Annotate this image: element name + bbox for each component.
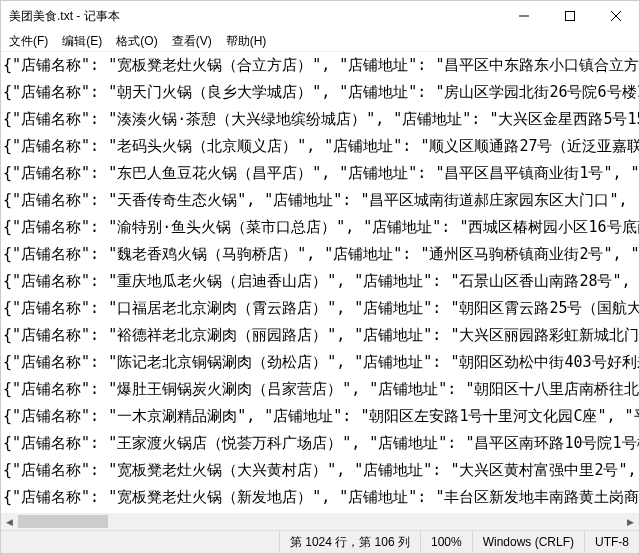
text-line: {"店铺名称": "朝天门火锅（良乡大学城店）", "店铺地址": "房山区学园… (3, 79, 639, 106)
text-line: {"店铺名称": "口福居老北京涮肉（霄云路店）", "店铺地址": "朝阳区霄… (3, 295, 639, 322)
text-line: {"店铺名称": "魏老香鸡火锅（马驹桥店）", "店铺地址": "通州区马驹桥… (3, 241, 639, 268)
menu-format[interactable]: 格式(O) (110, 31, 163, 52)
text-line: {"店铺名称": "宽板凳老灶火锅（大兴黄村店）", "店铺地址": "大兴区黄… (3, 457, 639, 484)
menu-view[interactable]: 查看(V) (166, 31, 218, 52)
text-line: {"店铺名称": "爆肚王铜锅炭火涮肉（吕家营店）", "店铺地址": "朝阳区… (3, 376, 639, 403)
text-line: {"店铺名称": "宽板凳老灶火锅（合立方店）", "店铺地址": "昌平区中东… (3, 52, 639, 79)
scroll-left-icon[interactable]: ◀ (1, 513, 18, 530)
text-line: {"店铺名称": "东巴人鱼豆花火锅（昌平店）", "店铺地址": "昌平区昌平… (3, 160, 639, 187)
status-zoom: 100% (420, 531, 472, 553)
title-bar: 美团美食.txt - 记事本 (1, 1, 639, 31)
svg-rect-0 (566, 12, 575, 21)
horizontal-scrollbar[interactable]: ◀ ▶ (1, 513, 639, 530)
maximize-icon (565, 11, 575, 21)
menu-bar: 文件(F) 编辑(E) 格式(O) 查看(V) 帮助(H) (1, 31, 639, 51)
menu-edit[interactable]: 编辑(E) (56, 31, 108, 52)
text-line: {"店铺名称": "重庆地瓜老火锅（启迪香山店）", "店铺地址": "石景山区… (3, 268, 639, 295)
text-line: {"店铺名称": "渝特别·鱼头火锅（菜市口总店）", "店铺地址": "西城区… (3, 214, 639, 241)
minimize-icon (519, 11, 529, 21)
close-button[interactable] (593, 1, 639, 31)
menu-file[interactable]: 文件(F) (3, 31, 54, 52)
scroll-track[interactable] (18, 513, 622, 530)
text-line: {"店铺名称": "王家渡火锅店（悦荟万科广场店）", "店铺地址": "昌平区… (3, 430, 639, 457)
text-line: {"店铺名称": "湊湊火锅·茶憩（大兴绿地缤纷城店）", "店铺地址": "大… (3, 106, 639, 133)
text-line: {"店铺名称": "裕德祥老北京涮肉（丽园路店）", "店铺地址": "大兴区丽… (3, 322, 639, 349)
text-area[interactable]: {"店铺名称": "宽板凳老灶火锅（合立方店）", "店铺地址": "昌平区中东… (1, 52, 639, 513)
status-bar: 第 1024 行，第 106 列 100% Windows (CRLF) UTF… (1, 530, 639, 553)
status-lineend: Windows (CRLF) (472, 531, 584, 553)
close-icon (611, 11, 621, 21)
menu-help[interactable]: 帮助(H) (220, 31, 273, 52)
scroll-right-icon[interactable]: ▶ (622, 513, 639, 530)
window-title: 美团美食.txt - 记事本 (9, 8, 501, 25)
text-line: {"店铺名称": "陈记老北京铜锅涮肉（劲松店）", "店铺地址": "朝阳区劲… (3, 349, 639, 376)
text-line: {"店铺名称": "老码头火锅（北京顺义店）", "店铺地址": "顺义区顺通路… (3, 133, 639, 160)
text-line: {"店铺名称": "一木京涮精品涮肉", "店铺地址": "朝阳区左安路1号十里… (3, 403, 639, 430)
status-encoding: UTF-8 (584, 531, 639, 553)
text-line: {"店铺名称": "宽板凳老灶火锅（新发地店）", "店铺地址": "丰台区新发… (3, 484, 639, 511)
maximize-button[interactable] (547, 1, 593, 31)
status-position: 第 1024 行，第 106 列 (279, 531, 420, 553)
text-line: {"店铺名称": "天香传奇生态火锅", "店铺地址": "昌平区城南街道郝庄家… (3, 187, 639, 214)
minimize-button[interactable] (501, 1, 547, 31)
scroll-thumb[interactable] (18, 515, 108, 528)
text-area-wrap: {"店铺名称": "宽板凳老灶火锅（合立方店）", "店铺地址": "昌平区中东… (1, 51, 639, 513)
